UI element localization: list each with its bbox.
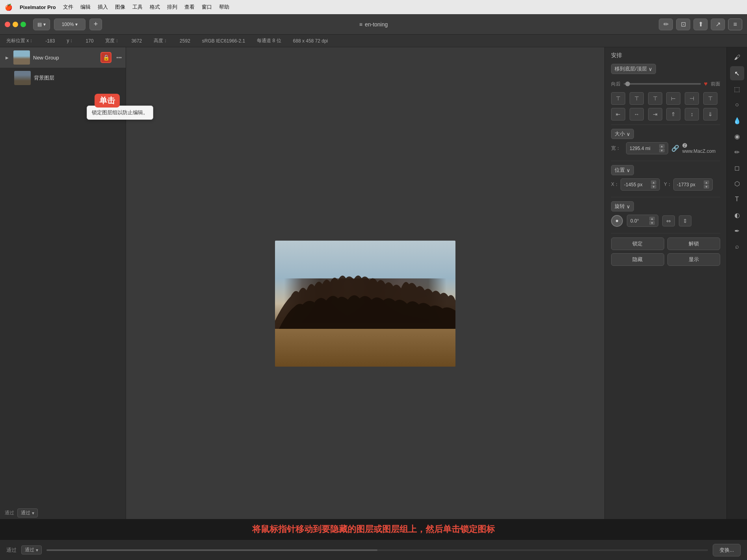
rotation-value: 0.0° (630, 218, 639, 224)
align-top-left[interactable]: ⊤ (611, 92, 625, 105)
x-stepper[interactable]: ▲ ▼ (651, 180, 656, 189)
app-name[interactable]: Pixelmator Pro (20, 4, 56, 10)
move-to-label: 移到底层/顶层 (615, 65, 647, 72)
eraser-tool-icon[interactable]: ◻ (730, 161, 744, 175)
menu-edit[interactable]: 编辑 (80, 4, 91, 11)
dist-center-h[interactable]: ↔ (630, 108, 644, 121)
brush-tool-icon[interactable]: ✏ (730, 145, 744, 159)
link-proportions-icon[interactable]: 🔗 (671, 145, 679, 152)
show-btn[interactable]: 显示 (667, 253, 721, 266)
lock-layer-btn[interactable]: 🔒 (100, 52, 111, 63)
eyedropper-tool-icon[interactable]: 💧 (730, 113, 744, 128)
selection-tool-icon[interactable]: ⬚ (730, 82, 744, 96)
click-annotation: 单击 (95, 94, 120, 108)
dist-right[interactable]: ⇥ (648, 108, 662, 121)
dist-left[interactable]: ⇤ (611, 108, 625, 121)
menu-arrange[interactable]: 排列 (167, 4, 177, 11)
menu-window[interactable]: 窗口 (202, 4, 212, 11)
lasso-tool-icon[interactable]: ○ (730, 98, 744, 112)
width-label: 宽度： (105, 37, 119, 44)
layer-item-new-group[interactable]: ▶ New Group 🔒 ••• (0, 47, 126, 68)
width-stepper[interactable]: ▲ ▼ (659, 144, 665, 152)
align-middle-center[interactable]: ⊣ (685, 92, 699, 105)
rotation-up-btn[interactable]: ▲ (649, 217, 655, 221)
width-down-btn[interactable]: ▼ (659, 148, 665, 152)
watermark-text: 🅩 www.MacZ.com (682, 143, 720, 154)
gradient-tool-icon[interactable]: ◐ (730, 208, 744, 222)
right-panel: 安排 移到底层/顶层 ∨ 向后 ♥ 前面 ⊤ ⊤ ⊤ ⊢ ⊣ (604, 47, 727, 560)
layer-item-background[interactable]: 背景图层 (0, 68, 126, 88)
align-top-center[interactable]: ⊤ (630, 92, 644, 105)
shape-tool-icon[interactable]: ⬡ (730, 176, 744, 191)
text-tool-icon[interactable]: T (730, 192, 744, 206)
close-button[interactable] (5, 22, 10, 27)
menu-format[interactable]: 格式 (150, 4, 160, 11)
apple-menu[interactable]: 🍎 (5, 4, 13, 11)
rotation-dropdown[interactable]: 旋转 ∨ (611, 201, 634, 211)
unlock-btn[interactable]: 解锁 (667, 237, 721, 250)
menu-help[interactable]: 帮助 (219, 4, 229, 11)
width-up-btn[interactable]: ▲ (659, 144, 665, 148)
sidebar-toggle-btn[interactable]: ▤ ▾ (33, 19, 50, 30)
divider-2 (611, 161, 720, 161)
add-icon: + (94, 20, 98, 28)
add-button[interactable]: + (89, 19, 102, 30)
lock-btn[interactable]: 锁定 (611, 237, 664, 250)
width-input[interactable]: 1295.4 mi ▲ ▼ (626, 142, 668, 154)
layer-options-icon[interactable]: ••• (116, 55, 122, 61)
channel-selector[interactable]: 通过 ▾ (17, 508, 38, 517)
traffic-lights (5, 22, 26, 27)
settings-btn[interactable]: ≡ (728, 19, 742, 30)
crop-tool-btn[interactable]: ⊡ (676, 19, 690, 30)
fill-tool-icon[interactable]: ◉ (730, 129, 744, 143)
menu-view[interactable]: 查看 (184, 4, 195, 11)
position-dropdown[interactable]: 位置 ∨ (611, 165, 634, 175)
rotation-dial[interactable] (611, 215, 623, 227)
dist-center-v[interactable]: ↕ (685, 108, 699, 121)
dist-bottom[interactable]: ⇓ (703, 108, 717, 121)
export-btn[interactable]: ⬆ (693, 19, 708, 30)
rotation-input[interactable]: 0.0° ▲ ▼ (627, 215, 658, 227)
size-dropdown[interactable]: 大小 ∨ (611, 129, 634, 139)
forward-back-slider[interactable] (624, 83, 701, 85)
rotation-dot (616, 220, 618, 222)
y-down-btn[interactable]: ▼ (704, 185, 709, 189)
hide-btn-label: 隐藏 (632, 256, 643, 263)
rotation-down-btn[interactable]: ▼ (649, 221, 655, 225)
menu-insert[interactable]: 插入 (98, 4, 108, 11)
rotation-stepper[interactable]: ▲ ▼ (649, 217, 655, 225)
menu-image[interactable]: 图像 (115, 4, 125, 11)
flip-horizontal-btn[interactable]: ⇔ (662, 215, 675, 226)
zoom-tool-icon[interactable]: ⌕ (730, 239, 744, 254)
bottom-mode-selector[interactable]: 通过 ▾ (21, 545, 42, 554)
align-top-right[interactable]: ⊤ (648, 92, 662, 105)
bottom-slider[interactable] (46, 549, 708, 551)
transform-btn[interactable]: 变换... (713, 544, 741, 556)
x-input[interactable]: -1455 px ▲ ▼ (621, 178, 660, 191)
paint-tool-icon[interactable]: 🖌 (730, 50, 744, 65)
menu-file[interactable]: 文件 (63, 4, 73, 11)
cursor-tool-icon[interactable]: ↖ (730, 66, 744, 80)
flip-vertical-btn[interactable]: ⇕ (679, 215, 691, 226)
minimize-button[interactable] (13, 22, 18, 27)
layer-expand-arrow[interactable]: ▶ (4, 54, 10, 61)
fullscreen-button[interactable] (20, 22, 26, 27)
x-down-btn[interactable]: ▼ (651, 185, 656, 189)
y-stepper[interactable]: ▲ ▼ (704, 180, 709, 189)
pen-tool-icon[interactable]: ✒ (730, 224, 744, 238)
share-btn[interactable]: ↗ (711, 19, 725, 30)
hide-btn[interactable]: 隐藏 (611, 253, 664, 266)
move-to-dropdown[interactable]: 移到底层/顶层 ∨ (611, 64, 656, 74)
menu-tools[interactable]: 工具 (132, 4, 143, 11)
y-label: Y： (664, 181, 672, 188)
canvas-area[interactable] (126, 47, 604, 560)
dist-top[interactable]: ⇑ (666, 108, 680, 121)
pen-tool-btn[interactable]: ✏ (659, 19, 673, 30)
y-input[interactable]: -1773 px ▲ ▼ (673, 178, 713, 191)
y-up-btn[interactable]: ▲ (704, 180, 709, 184)
width-value-text: 1295.4 mi (630, 146, 650, 151)
zoom-selector[interactable]: 100% ▾ (54, 19, 85, 30)
align-middle-right[interactable]: ⊤ (703, 92, 717, 105)
x-up-btn[interactable]: ▲ (651, 180, 656, 184)
align-middle-left[interactable]: ⊢ (666, 92, 680, 105)
